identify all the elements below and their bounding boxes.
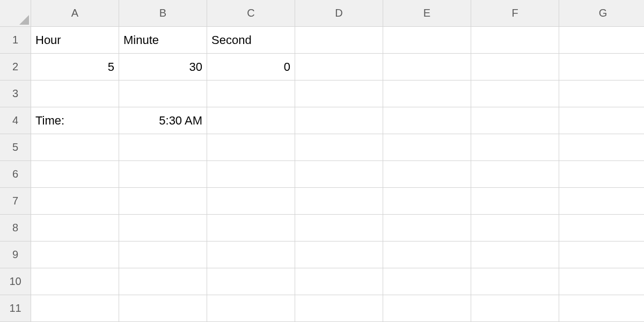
- cell-C3[interactable]: [207, 80, 295, 107]
- cell-B10[interactable]: [119, 268, 207, 295]
- cell-G3[interactable]: [559, 80, 644, 107]
- cell-G6[interactable]: [559, 161, 644, 188]
- cell-C4[interactable]: [207, 107, 295, 134]
- cell-F1[interactable]: [471, 27, 559, 54]
- row-header-10[interactable]: 10: [0, 268, 31, 295]
- cell-A4[interactable]: Time:: [31, 107, 119, 134]
- cell-G11[interactable]: [559, 295, 644, 322]
- cell-F4[interactable]: [471, 107, 559, 134]
- cell-B7[interactable]: [119, 188, 207, 215]
- cell-E7[interactable]: [383, 188, 471, 215]
- cell-F3[interactable]: [471, 80, 559, 107]
- cell-A8[interactable]: [31, 215, 119, 241]
- cell-G5[interactable]: [559, 134, 644, 161]
- cell-B1[interactable]: Minute: [119, 27, 207, 54]
- cell-E1[interactable]: [383, 27, 471, 54]
- cell-D10[interactable]: [295, 268, 383, 295]
- cell-D5[interactable]: [295, 134, 383, 161]
- cell-B2[interactable]: 30: [119, 54, 207, 80]
- col-header-G[interactable]: G: [559, 0, 644, 27]
- cell-G7[interactable]: [559, 188, 644, 215]
- row-header-11[interactable]: 11: [0, 295, 31, 322]
- cell-D8[interactable]: [295, 215, 383, 241]
- cell-F5[interactable]: [471, 134, 559, 161]
- col-header-E[interactable]: E: [383, 0, 471, 27]
- cell-F11[interactable]: [471, 295, 559, 322]
- row-header-7[interactable]: 7: [0, 188, 31, 215]
- cell-C7[interactable]: [207, 188, 295, 215]
- select-all-corner[interactable]: [0, 0, 31, 27]
- cell-D3[interactable]: [295, 80, 383, 107]
- row-header-6[interactable]: 6: [0, 161, 31, 188]
- cell-A7[interactable]: [31, 188, 119, 215]
- cell-G10[interactable]: [559, 268, 644, 295]
- cell-G4[interactable]: [559, 107, 644, 134]
- cell-B4[interactable]: 5:30 AM: [119, 107, 207, 134]
- cell-D9[interactable]: [295, 241, 383, 268]
- col-header-C[interactable]: C: [207, 0, 295, 27]
- cell-D6[interactable]: [295, 161, 383, 188]
- cell-D11[interactable]: [295, 295, 383, 322]
- cell-G1[interactable]: [559, 27, 644, 54]
- col-header-F[interactable]: F: [471, 0, 559, 27]
- row-header-8[interactable]: 8: [0, 215, 31, 241]
- cell-C8[interactable]: [207, 215, 295, 241]
- cell-C1[interactable]: Second: [207, 27, 295, 54]
- row-header-4[interactable]: 4: [0, 107, 31, 134]
- cell-B11[interactable]: [119, 295, 207, 322]
- cell-G2[interactable]: [559, 54, 644, 80]
- row-header-1[interactable]: 1: [0, 27, 31, 54]
- cell-G8[interactable]: [559, 215, 644, 241]
- cell-A2[interactable]: 5: [31, 54, 119, 80]
- cell-E6[interactable]: [383, 161, 471, 188]
- cell-E5[interactable]: [383, 134, 471, 161]
- cell-F10[interactable]: [471, 268, 559, 295]
- cell-C11[interactable]: [207, 295, 295, 322]
- cell-B3[interactable]: [119, 80, 207, 107]
- cell-A1[interactable]: Hour: [31, 27, 119, 54]
- row-header-5[interactable]: 5: [0, 134, 31, 161]
- row-header-9[interactable]: 9: [0, 241, 31, 268]
- cell-C10[interactable]: [207, 268, 295, 295]
- col-header-A[interactable]: A: [31, 0, 119, 27]
- cell-F8[interactable]: [471, 215, 559, 241]
- cell-A10[interactable]: [31, 268, 119, 295]
- row-header-2[interactable]: 2: [0, 54, 31, 80]
- spreadsheet-grid[interactable]: A B C D E F G 1 Hour Minute Second 2 5 3…: [0, 0, 644, 322]
- cell-E9[interactable]: [383, 241, 471, 268]
- col-header-B[interactable]: B: [119, 0, 207, 27]
- cell-A11[interactable]: [31, 295, 119, 322]
- cell-D7[interactable]: [295, 188, 383, 215]
- row-header-3[interactable]: 3: [0, 80, 31, 107]
- cell-B9[interactable]: [119, 241, 207, 268]
- cell-C6[interactable]: [207, 161, 295, 188]
- cell-E2[interactable]: [383, 54, 471, 80]
- cell-E3[interactable]: [383, 80, 471, 107]
- cell-G9[interactable]: [559, 241, 644, 268]
- cell-A6[interactable]: [31, 161, 119, 188]
- cell-D4[interactable]: [295, 107, 383, 134]
- cell-E4[interactable]: [383, 107, 471, 134]
- cell-F6[interactable]: [471, 161, 559, 188]
- cell-A3[interactable]: [31, 80, 119, 107]
- cell-B6[interactable]: [119, 161, 207, 188]
- cell-C2[interactable]: 0: [207, 54, 295, 80]
- cell-A5[interactable]: [31, 134, 119, 161]
- cell-F2[interactable]: [471, 54, 559, 80]
- cell-E10[interactable]: [383, 268, 471, 295]
- col-header-D[interactable]: D: [295, 0, 383, 27]
- cell-F9[interactable]: [471, 241, 559, 268]
- cell-E11[interactable]: [383, 295, 471, 322]
- cell-D2[interactable]: [295, 54, 383, 80]
- cell-B5[interactable]: [119, 134, 207, 161]
- cell-C5[interactable]: [207, 134, 295, 161]
- cell-A9[interactable]: [31, 241, 119, 268]
- cell-D1[interactable]: [295, 27, 383, 54]
- cell-E8[interactable]: [383, 215, 471, 241]
- cell-F7[interactable]: [471, 188, 559, 215]
- cell-B8[interactable]: [119, 215, 207, 241]
- cell-C9[interactable]: [207, 241, 295, 268]
